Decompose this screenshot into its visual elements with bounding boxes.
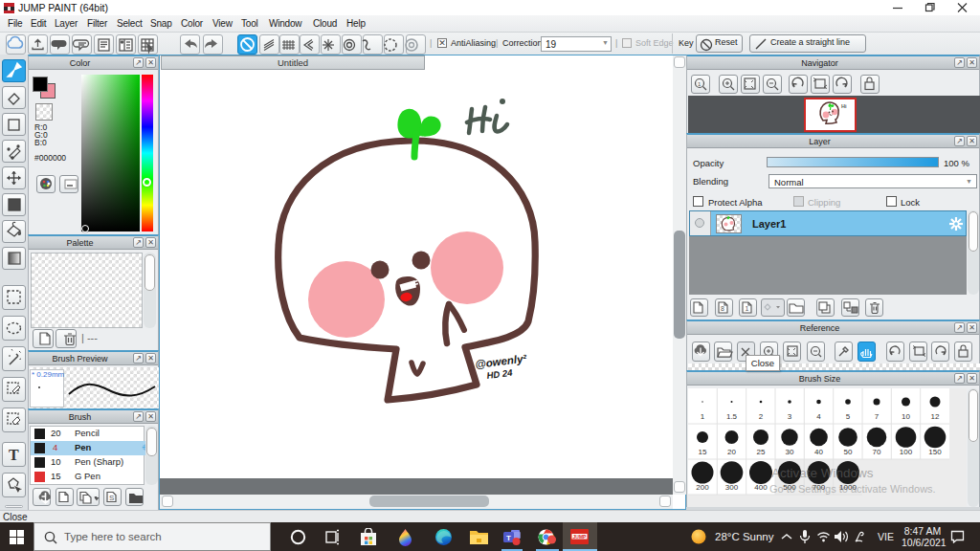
svg-text:1: 1 — [701, 412, 705, 421]
svg-text:T: T — [9, 447, 19, 463]
svg-text:70: 70 — [873, 448, 881, 456]
svg-text:4: 4 — [816, 412, 821, 421]
svg-text:3: 3 — [788, 412, 792, 421]
svg-text:5: 5 — [846, 412, 851, 421]
svg-text:300: 300 — [725, 483, 739, 492]
svg-text:100: 100 — [900, 448, 913, 456]
svg-text:50: 50 — [844, 448, 853, 456]
svg-text:JUMP: JUMP — [573, 534, 588, 540]
svg-text:40: 40 — [814, 448, 823, 456]
svg-text:1.5: 1.5 — [726, 412, 738, 421]
svg-text:12: 12 — [931, 412, 940, 421]
svg-text:7: 7 — [875, 412, 880, 421]
svg-text:S: S — [109, 494, 114, 502]
svg-text:150: 150 — [928, 448, 942, 456]
svg-text:1: 1 — [698, 81, 702, 87]
svg-text:25: 25 — [757, 448, 766, 456]
svg-text:200: 200 — [696, 483, 709, 492]
svg-text:20: 20 — [727, 448, 736, 456]
svg-text:2: 2 — [759, 412, 764, 421]
svg-text:Hi: Hi — [841, 103, 847, 109]
svg-text:10: 10 — [902, 412, 910, 421]
svg-text:T: T — [506, 534, 511, 542]
svg-text:HD 24: HD 24 — [486, 367, 514, 381]
svg-text:8: 8 — [721, 305, 724, 312]
svg-text:15: 15 — [699, 448, 707, 456]
svg-text:30: 30 — [786, 448, 794, 456]
svg-text:400: 400 — [754, 483, 768, 492]
svg-text:1: 1 — [746, 305, 749, 312]
